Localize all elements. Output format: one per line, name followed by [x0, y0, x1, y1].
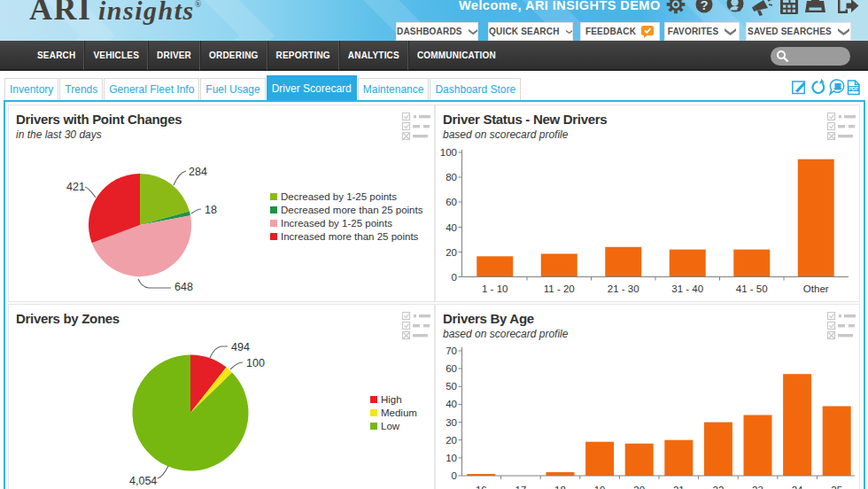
svg-text:41 - 50: 41 - 50	[736, 283, 768, 294]
svg-text:Medium: Medium	[381, 408, 417, 418]
svg-text:4,054: 4,054	[129, 475, 157, 487]
svg-text:Decreased more than 25 points: Decreased more than 25 points	[281, 205, 423, 215]
svg-text:421: 421	[66, 181, 85, 193]
svg-text:25: 25	[831, 485, 842, 489]
svg-text:High: High	[381, 394, 402, 405]
svg-text:10: 10	[446, 453, 457, 463]
svg-text:31 - 40: 31 - 40	[671, 283, 703, 294]
svg-text:70: 70	[446, 345, 457, 356]
svg-text:30: 30	[446, 417, 457, 428]
svg-text:?: ?	[700, 0, 708, 12]
svg-text:494: 494	[231, 341, 250, 353]
svg-text:Increased more than 25 points: Increased more than 25 points	[281, 231, 419, 242]
svg-text:21 - 30: 21 - 30	[608, 283, 639, 294]
svg-text:20: 20	[446, 247, 457, 258]
svg-text:16: 16	[476, 485, 487, 489]
svg-text:21: 21	[673, 485, 685, 489]
svg-text:22: 22	[713, 485, 725, 489]
svg-text:Low: Low	[381, 421, 400, 431]
svg-text:18: 18	[554, 485, 566, 489]
svg-text:23: 23	[752, 485, 763, 489]
svg-text:19: 19	[594, 485, 606, 489]
svg-text:100: 100	[440, 147, 457, 158]
svg-text:PDF: PDF	[849, 86, 859, 91]
svg-text:Increased by 1-25 points: Increased by 1-25 points	[281, 218, 392, 229]
svg-text:0: 0	[452, 470, 457, 481]
svg-text:17: 17	[515, 485, 527, 489]
svg-text:50: 50	[446, 381, 457, 392]
svg-text:0: 0	[452, 272, 457, 283]
svg-text:284: 284	[189, 166, 207, 178]
svg-text:100: 100	[246, 357, 265, 369]
svg-text:20: 20	[633, 485, 645, 489]
svg-text:20: 20	[446, 435, 457, 446]
svg-text:60: 60	[446, 363, 457, 374]
svg-text:18: 18	[205, 204, 217, 216]
svg-text:11 - 20: 11 - 20	[544, 283, 575, 294]
svg-text:80: 80	[446, 172, 457, 182]
svg-text:648: 648	[174, 281, 193, 293]
svg-text:40: 40	[446, 399, 457, 409]
svg-text:60: 60	[446, 197, 457, 207]
svg-text:1 - 10: 1 - 10	[482, 283, 508, 294]
svg-text:Decreased by 1-25 points: Decreased by 1-25 points	[281, 191, 397, 202]
svg-text:Other: Other	[803, 283, 829, 294]
svg-text:24: 24	[792, 485, 803, 489]
svg-text:40: 40	[446, 222, 457, 233]
